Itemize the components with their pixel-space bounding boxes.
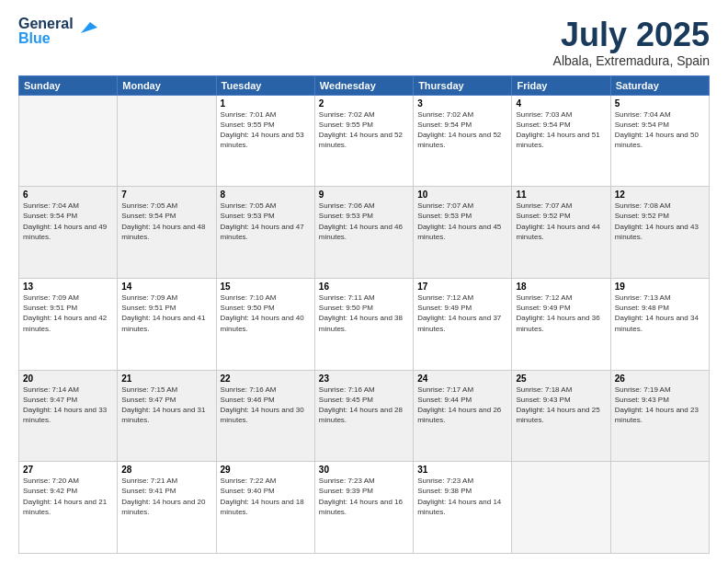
day-number: 12: [615, 190, 705, 200]
calendar-day: 30Sunrise: 7:23 AM Sunset: 9:39 PM Dayli…: [314, 462, 413, 554]
day-info: Sunrise: 7:20 AM Sunset: 9:42 PM Dayligh…: [23, 476, 113, 517]
day-number: 16: [319, 282, 409, 292]
calendar-day: 3Sunrise: 7:02 AM Sunset: 9:54 PM Daylig…: [414, 95, 512, 187]
calendar-week-row: 6Sunrise: 7:04 AM Sunset: 9:54 PM Daylig…: [19, 187, 710, 279]
day-info: Sunrise: 7:03 AM Sunset: 9:54 PM Dayligh…: [516, 109, 606, 151]
day-number: 21: [121, 373, 211, 384]
day-number: 25: [516, 373, 606, 384]
day-number: 26: [615, 373, 705, 384]
day-number: 14: [121, 282, 211, 292]
day-number: 11: [516, 190, 606, 200]
weekday-header-tuesday: Tuesday: [216, 75, 314, 95]
calendar-week-row: 13Sunrise: 7:09 AM Sunset: 9:51 PM Dayli…: [19, 278, 710, 370]
day-info: Sunrise: 7:02 AM Sunset: 9:55 PM Dayligh…: [319, 109, 409, 151]
calendar-day: 7Sunrise: 7:05 AM Sunset: 9:54 PM Daylig…: [118, 187, 216, 279]
day-info: Sunrise: 7:05 AM Sunset: 9:53 PM Dayligh…: [221, 201, 311, 242]
calendar-day: 27Sunrise: 7:20 AM Sunset: 9:42 PM Dayli…: [19, 462, 118, 554]
day-number: 5: [615, 98, 705, 109]
day-info: Sunrise: 7:13 AM Sunset: 9:48 PM Dayligh…: [615, 293, 705, 334]
day-number: 20: [23, 373, 113, 384]
day-info: Sunrise: 7:07 AM Sunset: 9:53 PM Dayligh…: [417, 201, 507, 242]
calendar-day: [19, 95, 118, 187]
day-info: Sunrise: 7:16 AM Sunset: 9:46 PM Dayligh…: [221, 385, 311, 426]
day-info: Sunrise: 7:05 AM Sunset: 9:54 PM Dayligh…: [121, 201, 211, 242]
calendar-day: 6Sunrise: 7:04 AM Sunset: 9:54 PM Daylig…: [19, 187, 118, 279]
calendar-day: 8Sunrise: 7:05 AM Sunset: 9:53 PM Daylig…: [216, 187, 314, 279]
calendar-day: 2Sunrise: 7:02 AM Sunset: 9:55 PM Daylig…: [314, 95, 413, 187]
calendar-day: 22Sunrise: 7:16 AM Sunset: 9:46 PM Dayli…: [216, 370, 314, 462]
calendar-day: 12Sunrise: 7:08 AM Sunset: 9:52 PM Dayli…: [610, 187, 709, 279]
calendar-day: 23Sunrise: 7:16 AM Sunset: 9:45 PM Dayli…: [314, 370, 413, 462]
day-info: Sunrise: 7:09 AM Sunset: 9:51 PM Dayligh…: [23, 293, 113, 334]
calendar-day: 29Sunrise: 7:22 AM Sunset: 9:40 PM Dayli…: [216, 462, 314, 554]
day-info: Sunrise: 7:09 AM Sunset: 9:51 PM Dayligh…: [121, 293, 211, 334]
calendar-day: 16Sunrise: 7:11 AM Sunset: 9:50 PM Dayli…: [314, 278, 413, 370]
day-info: Sunrise: 7:06 AM Sunset: 9:53 PM Dayligh…: [319, 201, 409, 242]
calendar-day: 24Sunrise: 7:17 AM Sunset: 9:44 PM Dayli…: [414, 370, 512, 462]
calendar-week-row: 1Sunrise: 7:01 AM Sunset: 9:55 PM Daylig…: [19, 95, 710, 187]
calendar-day: 13Sunrise: 7:09 AM Sunset: 9:51 PM Dayli…: [19, 278, 118, 370]
day-info: Sunrise: 7:22 AM Sunset: 9:40 PM Dayligh…: [221, 476, 311, 517]
day-info: Sunrise: 7:18 AM Sunset: 9:43 PM Dayligh…: [516, 385, 606, 426]
calendar-day: 20Sunrise: 7:14 AM Sunset: 9:47 PM Dayli…: [19, 370, 118, 462]
calendar-day: [610, 462, 709, 554]
day-info: Sunrise: 7:04 AM Sunset: 9:54 PM Dayligh…: [615, 109, 705, 151]
day-number: 31: [417, 465, 507, 475]
title-block: July 2025 Albala, Extremadura, Spain: [553, 17, 710, 68]
day-number: 2: [319, 98, 409, 109]
svg-marker-0: [81, 22, 97, 33]
day-info: Sunrise: 7:17 AM Sunset: 9:44 PM Dayligh…: [417, 385, 507, 426]
calendar-week-row: 27Sunrise: 7:20 AM Sunset: 9:42 PM Dayli…: [19, 462, 710, 554]
day-info: Sunrise: 7:12 AM Sunset: 9:49 PM Dayligh…: [417, 293, 507, 334]
day-info: Sunrise: 7:12 AM Sunset: 9:49 PM Dayligh…: [516, 293, 606, 334]
calendar-day: 28Sunrise: 7:21 AM Sunset: 9:41 PM Dayli…: [118, 462, 216, 554]
calendar-day: 31Sunrise: 7:23 AM Sunset: 9:38 PM Dayli…: [414, 462, 512, 554]
weekday-header-thursday: Thursday: [414, 75, 512, 95]
day-number: 7: [121, 190, 211, 200]
day-info: Sunrise: 7:04 AM Sunset: 9:54 PM Dayligh…: [23, 201, 113, 242]
weekday-header-monday: Monday: [118, 75, 216, 95]
header: General Blue July 2025 Albala, Extremadu…: [18, 17, 710, 68]
day-info: Sunrise: 7:23 AM Sunset: 9:38 PM Dayligh…: [417, 476, 507, 517]
calendar-day: 15Sunrise: 7:10 AM Sunset: 9:50 PM Dayli…: [216, 278, 314, 370]
day-info: Sunrise: 7:08 AM Sunset: 9:52 PM Dayligh…: [615, 201, 705, 242]
calendar-day: [512, 462, 610, 554]
day-info: Sunrise: 7:01 AM Sunset: 9:55 PM Dayligh…: [221, 109, 311, 151]
day-number: 10: [417, 190, 507, 200]
day-info: Sunrise: 7:16 AM Sunset: 9:45 PM Dayligh…: [319, 385, 409, 426]
calendar-table: SundayMondayTuesdayWednesdayThursdayFrid…: [18, 75, 710, 554]
calendar-day: 21Sunrise: 7:15 AM Sunset: 9:47 PM Dayli…: [118, 370, 216, 462]
day-number: 1: [221, 98, 311, 109]
weekday-header-wednesday: Wednesday: [314, 75, 413, 95]
day-info: Sunrise: 7:07 AM Sunset: 9:52 PM Dayligh…: [516, 201, 606, 242]
day-info: Sunrise: 7:11 AM Sunset: 9:50 PM Dayligh…: [319, 293, 409, 334]
weekday-header-sunday: Sunday: [19, 75, 118, 95]
calendar-day: 11Sunrise: 7:07 AM Sunset: 9:52 PM Dayli…: [512, 187, 610, 279]
day-number: 18: [516, 282, 606, 292]
weekday-header-friday: Friday: [512, 75, 610, 95]
calendar-day: 4Sunrise: 7:03 AM Sunset: 9:54 PM Daylig…: [512, 95, 610, 187]
weekday-header-saturday: Saturday: [610, 75, 709, 95]
calendar-day: 10Sunrise: 7:07 AM Sunset: 9:53 PM Dayli…: [414, 187, 512, 279]
day-number: 27: [23, 465, 113, 475]
day-number: 28: [121, 465, 211, 475]
calendar-day: 25Sunrise: 7:18 AM Sunset: 9:43 PM Dayli…: [512, 370, 610, 462]
day-info: Sunrise: 7:14 AM Sunset: 9:47 PM Dayligh…: [23, 385, 113, 426]
page: General Blue July 2025 Albala, Extremadu…: [0, 0, 728, 563]
day-number: 3: [417, 98, 507, 109]
calendar-day: 26Sunrise: 7:19 AM Sunset: 9:43 PM Dayli…: [610, 370, 709, 462]
day-number: 17: [417, 282, 507, 292]
day-info: Sunrise: 7:23 AM Sunset: 9:39 PM Dayligh…: [319, 476, 409, 517]
day-number: 30: [319, 465, 409, 475]
day-number: 9: [319, 190, 409, 200]
calendar-week-row: 20Sunrise: 7:14 AM Sunset: 9:47 PM Dayli…: [19, 370, 710, 462]
day-number: 6: [23, 190, 113, 200]
logo-icon: [77, 17, 97, 37]
calendar-day: 19Sunrise: 7:13 AM Sunset: 9:48 PM Dayli…: [610, 278, 709, 370]
day-number: 19: [615, 282, 705, 292]
day-number: 8: [221, 190, 311, 200]
day-number: 22: [221, 373, 311, 384]
calendar-day: 18Sunrise: 7:12 AM Sunset: 9:49 PM Dayli…: [512, 278, 610, 370]
day-info: Sunrise: 7:02 AM Sunset: 9:54 PM Dayligh…: [417, 109, 507, 151]
calendar-day: [118, 95, 216, 187]
